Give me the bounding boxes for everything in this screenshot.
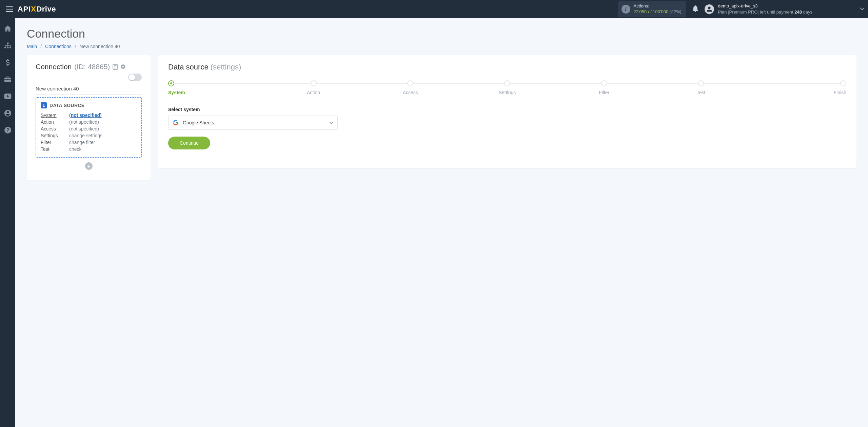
sidebar-item-videos[interactable] [0,92,15,101]
svg-rect-11 [10,45,11,47]
step-dot [840,80,846,86]
data-source-badge: 1 [41,102,47,108]
step-finish[interactable]: Finish [749,80,846,95]
settings-button[interactable] [120,64,126,69]
sidebar [0,18,15,189]
menu-toggle[interactable] [3,4,16,14]
svg-rect-6 [9,47,11,48]
add-destination-button[interactable]: + [85,162,93,170]
step-filter[interactable]: Filter [556,80,653,95]
ds-row-settings-value: change settings [69,133,137,138]
chevron-down-icon [329,120,333,126]
step-dot [601,80,607,86]
sidebar-item-home[interactable] [0,24,15,33]
actions-of: of [648,9,652,14]
breadcrumb: Main / Connections / New connection 40 [27,44,856,49]
account-text: demo_apix-drive_s3 Plan |Premium PRO| le… [718,3,812,15]
actions-used: 22'050 [634,9,647,14]
step-label: Access [403,90,418,95]
ds-heading-muted: (settings) [211,63,241,71]
step-access[interactable]: Access [362,80,459,95]
notifications-button[interactable] [692,5,698,13]
step-dot [698,80,704,86]
user-icon [706,6,712,12]
connection-subtitle: New connection 40 [36,86,142,95]
select-system-label: Select system [168,107,338,112]
step-label: Finish [834,90,846,95]
hamburger-icon [6,6,13,12]
step-dot [504,80,510,86]
svg-rect-2 [6,11,13,12]
plan-days: 248 [794,9,802,15]
svg-rect-1 [6,9,13,9]
step-label: Test [697,90,706,95]
actions-label: Actions: [634,3,682,9]
logo[interactable]: APIXDrive [18,5,56,14]
step-system[interactable]: System [168,80,265,95]
sidebar-item-billing[interactable] [0,58,15,67]
sidebar-item-connections[interactable] [0,41,15,50]
breadcrumb-connections[interactable]: Connections [45,44,72,49]
step-label: Settings [499,90,516,95]
system-select[interactable]: Google Sheets [168,116,338,130]
account-menu[interactable]: demo_apix-drive_s3 Plan |Premium PRO| le… [705,3,812,15]
breadcrumb-main[interactable]: Main [27,44,37,49]
step-label: Filter [599,90,609,95]
document-icon [113,64,118,70]
connection-enable-toggle[interactable] [128,74,142,81]
ds-row-access-value: (not specified) [69,126,137,131]
dollar-icon [6,59,10,66]
step-settings[interactable]: Settings [459,80,556,95]
step-test[interactable]: Test [653,80,750,95]
step-action[interactable]: Action [265,80,362,95]
connection-id-suffix: ) [107,63,110,70]
svg-rect-4 [4,47,6,48]
actions-usage-box[interactable]: i Actions: 22'050 of 100'000 (22%) [618,1,686,17]
sidebar-item-tools[interactable] [0,75,15,84]
logo-api: API [18,5,31,14]
youtube-icon [4,94,12,99]
connection-id-prefix: (ID: [74,63,88,70]
continue-button[interactable]: Continue [168,137,210,149]
ds-row-filter-value: change filter [69,140,137,145]
bell-icon [692,5,698,12]
svg-rect-0 [6,6,13,7]
topbar: APIXDrive i Actions: 22'050 of 100'000 (… [0,0,868,18]
sitemap-icon [4,42,11,48]
ds-row-system-key[interactable]: System [41,113,69,118]
connection-summary-card: Connection (ID: 48865) New connection 40… [27,55,151,180]
plan-prefix: Plan | [718,9,729,15]
data-source-settings-card: Data source (settings) SystemActionAcces… [158,55,856,168]
ds-row-test-key: Test [41,146,69,152]
avatar [705,4,714,14]
svg-rect-7 [7,44,8,45]
account-name: demo_apix-drive_s3 [718,3,812,9]
plan-suffix: days [802,9,812,15]
chevron-down-icon [860,7,865,11]
main-content: Connection Main / Connections / New conn… [15,18,868,189]
sidebar-item-account[interactable] [0,108,15,118]
sidebar-item-help[interactable] [0,125,15,135]
svg-rect-5 [7,47,8,48]
breadcrumb-current: New connection 40 [80,44,120,49]
account-caret[interactable] [860,6,865,12]
system-select-value: Google Sheets [183,120,325,125]
connection-header: Connection (ID: 48865) [36,63,142,81]
user-circle-icon [4,110,11,117]
connection-id: 48865 [88,63,107,70]
svg-rect-9 [5,45,5,47]
step-dot [407,80,413,86]
info-icon: i [622,5,630,14]
actions-total: 100'000 [653,9,668,14]
connection-label: Connection [36,63,72,71]
page-title: Connection [27,27,856,40]
ds-row-action-value: (not specified) [69,119,137,125]
actions-usage-text: Actions: 22'050 of 100'000 (22%) [634,3,682,15]
svg-rect-3 [7,43,8,44]
ds-row-test-value: check [69,146,137,152]
ds-row-access-key: Access [41,126,69,131]
stepper: SystemActionAccessSettingsFilterTestFini… [168,80,846,95]
ds-row-system-value[interactable]: (not specified) [69,113,137,118]
ds-row-filter-key: Filter [41,140,69,145]
copy-button[interactable] [113,64,118,70]
